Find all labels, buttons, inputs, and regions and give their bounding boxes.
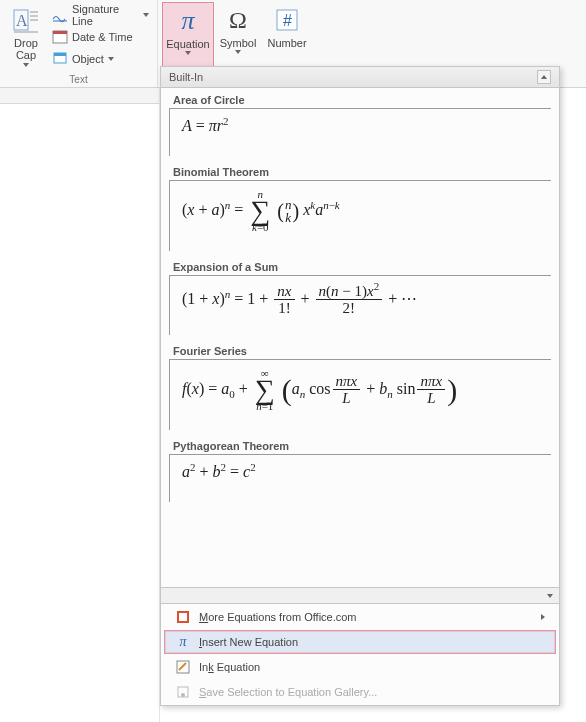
signature-line-label: Signature Line xyxy=(72,3,139,27)
pi-icon: π xyxy=(175,634,191,650)
dropdown-arrow-icon xyxy=(143,13,149,17)
number-icon: # xyxy=(271,4,303,36)
save-gallery-icon xyxy=(175,684,191,700)
svg-rect-8 xyxy=(53,31,67,34)
equation-title: Area of Circle xyxy=(169,94,551,106)
symbol-button[interactable]: Ω Symbol xyxy=(214,2,262,70)
office-icon xyxy=(175,609,191,625)
pi-icon: π xyxy=(172,5,204,37)
dropdown-arrow-icon xyxy=(185,51,191,55)
number-button[interactable]: # Number xyxy=(262,2,312,70)
equation-preview: f(x) = a0 + ∞∑n=1 (an cosnπxL + bn sinnπ… xyxy=(169,359,551,430)
svg-text:A: A xyxy=(16,12,28,29)
equation-item-pythagorean-theorem[interactable]: Pythagorean Theorem a2 + b2 = c2 xyxy=(169,440,551,502)
object-icon xyxy=(52,50,68,68)
symbol-label: Symbol xyxy=(220,37,257,49)
save-selection-menuitem: Save Selection to Equation Gallery... xyxy=(164,680,556,704)
dropdown-header: Built-In xyxy=(161,67,559,88)
date-time-button[interactable]: Date & Time xyxy=(48,26,153,48)
text-group-label: Text xyxy=(4,72,153,87)
signature-line-button[interactable]: Signature Line xyxy=(48,4,153,26)
insert-new-equation-menuitem[interactable]: π Insert New Equation xyxy=(164,630,556,654)
equation-title: Fourier Series xyxy=(169,345,551,357)
dropdown-arrow-icon xyxy=(23,63,29,67)
equation-title: Binomial Theorem xyxy=(169,166,551,178)
ink-icon xyxy=(175,659,191,675)
equation-item-binomial-theorem[interactable]: Binomial Theorem (x + a)n = n∑k=0 (nk) x… xyxy=(169,166,551,251)
svg-point-19 xyxy=(181,693,185,697)
dropdown-footer: More Equations from Office.com π Insert … xyxy=(161,603,559,705)
calendar-icon xyxy=(52,28,68,46)
dropdown-body: Area of Circle A = πr2 Binomial Theorem … xyxy=(161,88,559,587)
equation-preview: a2 + b2 = c2 xyxy=(169,454,551,502)
equation-title: Pythagorean Theorem xyxy=(169,440,551,452)
text-group: A Drop Cap Signature Line Date & Time Ob… xyxy=(0,0,158,87)
dropdown-arrow-icon xyxy=(235,50,241,54)
equation-item-expansion-of-sum[interactable]: Expansion of a Sum (1 + x)n = 1 + nx1! +… xyxy=(169,261,551,335)
equation-preview: (1 + x)n = 1 + nx1! + n(n − 1)x22! + ⋯ xyxy=(169,275,551,335)
submenu-arrow-icon xyxy=(541,614,545,620)
scroll-down-button[interactable] xyxy=(161,587,559,603)
number-label: Number xyxy=(267,37,306,49)
equation-preview: (x + a)n = n∑k=0 (nk) xkan−k xyxy=(169,180,551,251)
more-equations-menuitem[interactable]: More Equations from Office.com xyxy=(164,605,556,629)
equation-label: Equation xyxy=(166,38,209,50)
equation-button[interactable]: π Equation xyxy=(162,2,214,70)
omega-icon: Ω xyxy=(222,4,254,36)
dropdown-arrow-icon xyxy=(108,57,114,61)
drop-cap-button[interactable]: A Drop Cap xyxy=(4,2,48,70)
ink-equation-label: Ink Equation xyxy=(199,661,260,673)
equation-title: Expansion of a Sum xyxy=(169,261,551,273)
equation-dropdown: Built-In Area of Circle A = πr2 Binomial… xyxy=(160,66,560,706)
save-selection-label: Save Selection to Equation Gallery... xyxy=(199,686,377,698)
built-in-label: Built-In xyxy=(169,71,203,83)
signature-icon xyxy=(52,6,68,24)
svg-rect-16 xyxy=(179,613,187,621)
more-equations-label: More Equations from Office.com xyxy=(199,611,357,623)
ruler xyxy=(0,88,159,104)
svg-text:#: # xyxy=(283,12,292,29)
document-area xyxy=(0,88,160,722)
object-button[interactable]: Object xyxy=(48,48,153,70)
object-label: Object xyxy=(72,53,104,65)
equation-item-fourier-series[interactable]: Fourier Series f(x) = a0 + ∞∑n=1 (an cos… xyxy=(169,345,551,430)
equation-item-area-of-circle[interactable]: Area of Circle A = πr2 xyxy=(169,94,551,156)
date-time-label: Date & Time xyxy=(72,31,133,43)
drop-cap-icon: A xyxy=(10,4,42,36)
scroll-up-button[interactable] xyxy=(537,70,551,84)
ink-equation-menuitem[interactable]: Ink Equation xyxy=(164,655,556,679)
equation-preview: A = πr2 xyxy=(169,108,551,156)
svg-rect-12 xyxy=(54,53,66,56)
drop-cap-label: Drop Cap xyxy=(10,37,42,61)
insert-new-equation-label: Insert New Equation xyxy=(199,636,298,648)
